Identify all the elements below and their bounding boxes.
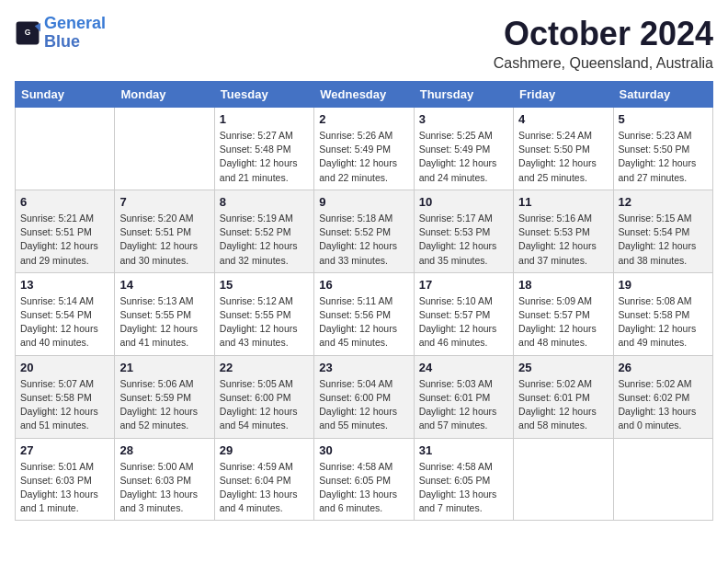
day-number: 12 <box>619 195 708 209</box>
title-block: October 2024 Cashmere, Queensland, Austr… <box>494 15 713 72</box>
day-info: Sunrise: 4:59 AMSunset: 6:04 PMDaylight:… <box>220 460 309 516</box>
calendar-cell: 13Sunrise: 5:14 AMSunset: 5:54 PMDayligh… <box>16 272 115 355</box>
day-number: 1 <box>220 112 309 126</box>
day-number: 23 <box>319 361 408 374</box>
day-number: 17 <box>419 278 508 292</box>
logo-icon: G <box>15 20 40 46</box>
day-info: Sunrise: 5:02 AMSunset: 6:01 PMDaylight:… <box>518 377 608 433</box>
calendar-cell: 2Sunrise: 5:26 AMSunset: 5:49 PMDaylight… <box>314 108 414 190</box>
day-info: Sunrise: 5:00 AMSunset: 6:03 PMDaylight:… <box>119 460 209 516</box>
calendar-cell: 4Sunrise: 5:24 AMSunset: 5:50 PMDaylight… <box>514 108 613 190</box>
day-info: Sunrise: 5:08 AMSunset: 5:58 PMDaylight:… <box>619 294 708 350</box>
day-number: 13 <box>20 278 109 292</box>
day-info: Sunrise: 5:12 AMSunset: 5:55 PMDaylight:… <box>220 294 309 350</box>
day-info: Sunrise: 4:58 AMSunset: 6:05 PMDaylight:… <box>319 460 408 516</box>
calendar-cell: 21Sunrise: 5:06 AMSunset: 5:59 PMDayligh… <box>115 355 214 438</box>
calendar-cell: 1Sunrise: 5:27 AMSunset: 5:48 PMDaylight… <box>214 108 313 190</box>
day-number: 14 <box>119 278 209 292</box>
day-info: Sunrise: 5:14 AMSunset: 5:54 PMDaylight:… <box>20 294 109 350</box>
day-info: Sunrise: 5:23 AMSunset: 5:50 PMDaylight:… <box>619 129 708 185</box>
calendar-cell: 11Sunrise: 5:16 AMSunset: 5:53 PMDayligh… <box>514 190 613 272</box>
day-number: 8 <box>220 195 309 209</box>
day-number: 4 <box>518 112 608 126</box>
calendar-cell: 15Sunrise: 5:12 AMSunset: 5:55 PMDayligh… <box>214 272 313 355</box>
day-number: 3 <box>419 112 508 126</box>
day-info: Sunrise: 5:25 AMSunset: 5:49 PMDaylight:… <box>419 129 508 185</box>
day-number: 10 <box>419 195 508 209</box>
day-header-friday: Friday <box>514 82 613 108</box>
day-info: Sunrise: 5:11 AMSunset: 5:56 PMDaylight:… <box>319 294 408 350</box>
day-number: 5 <box>619 112 708 126</box>
day-number: 26 <box>619 361 708 374</box>
day-info: Sunrise: 4:58 AMSunset: 6:05 PMDaylight:… <box>419 460 508 516</box>
day-number: 29 <box>220 443 309 457</box>
week-row-3: 13Sunrise: 5:14 AMSunset: 5:54 PMDayligh… <box>16 272 713 355</box>
day-number: 31 <box>419 443 508 457</box>
calendar-cell: 27Sunrise: 5:01 AMSunset: 6:03 PMDayligh… <box>16 438 115 521</box>
day-number: 28 <box>119 443 209 457</box>
day-info: Sunrise: 5:04 AMSunset: 6:00 PMDaylight:… <box>319 377 408 433</box>
day-header-thursday: Thursday <box>414 82 513 108</box>
day-number: 22 <box>220 361 309 374</box>
calendar-cell: 20Sunrise: 5:07 AMSunset: 5:58 PMDayligh… <box>16 355 115 438</box>
day-number: 9 <box>319 195 408 209</box>
day-info: Sunrise: 5:26 AMSunset: 5:49 PMDaylight:… <box>319 129 408 185</box>
calendar-cell: 29Sunrise: 4:59 AMSunset: 6:04 PMDayligh… <box>214 438 313 521</box>
calendar-cell: 6Sunrise: 5:21 AMSunset: 5:51 PMDaylight… <box>16 190 115 272</box>
calendar-cell: 10Sunrise: 5:17 AMSunset: 5:53 PMDayligh… <box>414 190 513 272</box>
day-number: 30 <box>319 443 408 457</box>
day-number: 16 <box>319 278 408 292</box>
day-number: 19 <box>619 278 708 292</box>
calendar-cell: 5Sunrise: 5:23 AMSunset: 5:50 PMDaylight… <box>613 108 712 190</box>
week-row-1: 1Sunrise: 5:27 AMSunset: 5:48 PMDaylight… <box>16 108 713 190</box>
main-title: October 2024 <box>494 15 713 53</box>
calendar-cell: 25Sunrise: 5:02 AMSunset: 6:01 PMDayligh… <box>514 355 613 438</box>
logo: G General Blue <box>15 15 106 52</box>
calendar-cell: 9Sunrise: 5:18 AMSunset: 5:52 PMDaylight… <box>314 190 414 272</box>
day-info: Sunrise: 5:05 AMSunset: 6:00 PMDaylight:… <box>220 377 309 433</box>
day-number: 20 <box>20 361 109 374</box>
calendar-cell <box>613 438 712 521</box>
calendar-cell: 18Sunrise: 5:09 AMSunset: 5:57 PMDayligh… <box>514 272 613 355</box>
week-row-2: 6Sunrise: 5:21 AMSunset: 5:51 PMDaylight… <box>16 190 713 272</box>
day-number: 24 <box>419 361 508 374</box>
calendar-cell <box>514 438 613 521</box>
day-header-monday: Monday <box>115 82 214 108</box>
day-info: Sunrise: 5:09 AMSunset: 5:57 PMDaylight:… <box>518 294 608 350</box>
day-number: 27 <box>20 443 109 457</box>
calendar-cell <box>16 108 115 190</box>
day-info: Sunrise: 5:16 AMSunset: 5:53 PMDaylight:… <box>518 212 608 268</box>
day-number: 18 <box>518 278 608 292</box>
day-info: Sunrise: 5:21 AMSunset: 5:51 PMDaylight:… <box>20 212 109 268</box>
day-info: Sunrise: 5:15 AMSunset: 5:54 PMDaylight:… <box>619 212 708 268</box>
calendar-cell: 30Sunrise: 4:58 AMSunset: 6:05 PMDayligh… <box>314 438 414 521</box>
day-info: Sunrise: 5:06 AMSunset: 5:59 PMDaylight:… <box>119 377 209 433</box>
calendar-cell: 23Sunrise: 5:04 AMSunset: 6:00 PMDayligh… <box>314 355 414 438</box>
week-row-5: 27Sunrise: 5:01 AMSunset: 6:03 PMDayligh… <box>16 438 713 521</box>
day-info: Sunrise: 5:24 AMSunset: 5:50 PMDaylight:… <box>518 129 608 185</box>
header: G General Blue October 2024 Cashmere, Qu… <box>15 15 713 72</box>
day-number: 21 <box>119 361 209 374</box>
day-header-wednesday: Wednesday <box>314 82 414 108</box>
svg-text:G: G <box>25 27 31 36</box>
day-number: 25 <box>518 361 608 374</box>
logo-text: General Blue <box>44 15 106 52</box>
day-number: 15 <box>220 278 309 292</box>
day-header-sunday: Sunday <box>16 82 115 108</box>
calendar-cell: 14Sunrise: 5:13 AMSunset: 5:55 PMDayligh… <box>115 272 214 355</box>
calendar-cell: 19Sunrise: 5:08 AMSunset: 5:58 PMDayligh… <box>613 272 712 355</box>
day-info: Sunrise: 5:10 AMSunset: 5:57 PMDaylight:… <box>419 294 508 350</box>
day-info: Sunrise: 5:01 AMSunset: 6:03 PMDaylight:… <box>20 460 109 516</box>
day-header-saturday: Saturday <box>613 82 712 108</box>
day-number: 6 <box>20 195 109 209</box>
week-row-4: 20Sunrise: 5:07 AMSunset: 5:58 PMDayligh… <box>16 355 713 438</box>
day-info: Sunrise: 5:18 AMSunset: 5:52 PMDaylight:… <box>319 212 408 268</box>
day-header-tuesday: Tuesday <box>214 82 313 108</box>
calendar-cell: 12Sunrise: 5:15 AMSunset: 5:54 PMDayligh… <box>613 190 712 272</box>
calendar-cell <box>115 108 214 190</box>
calendar-header: SundayMondayTuesdayWednesdayThursdayFrid… <box>16 82 713 108</box>
day-info: Sunrise: 5:02 AMSunset: 6:02 PMDaylight:… <box>619 377 708 433</box>
day-info: Sunrise: 5:13 AMSunset: 5:55 PMDaylight:… <box>119 294 209 350</box>
calendar-cell: 3Sunrise: 5:25 AMSunset: 5:49 PMDaylight… <box>414 108 513 190</box>
day-number: 2 <box>319 112 408 126</box>
